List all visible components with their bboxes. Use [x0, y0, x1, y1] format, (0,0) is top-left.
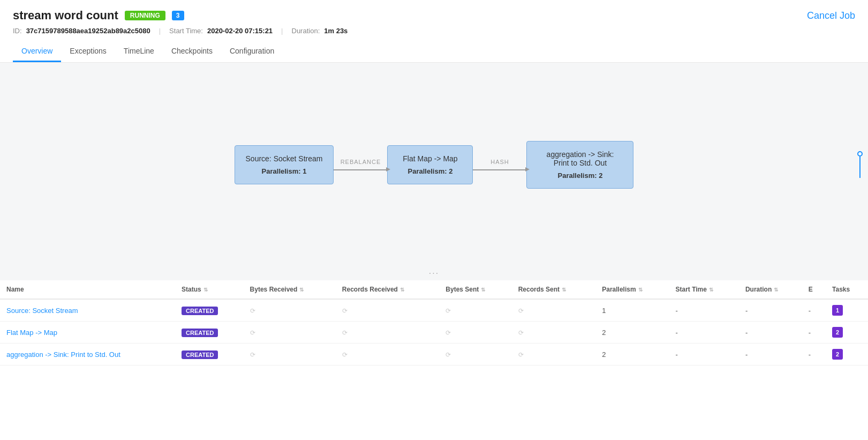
- flow-arrow-2-label: HASH: [490, 159, 509, 165]
- flow-arrow-1: REBALANCE: [334, 159, 387, 170]
- spinner-records-received-0: ⟳: [342, 307, 348, 315]
- divider-1: |: [159, 27, 161, 35]
- tasks-badge-2: 2: [832, 349, 843, 360]
- tab-checkpoints[interactable]: Checkpoints: [163, 41, 221, 62]
- cell-parallelism-0: 1: [595, 299, 669, 322]
- header: stream word count RUNNING 3 Cancel Job I…: [0, 0, 868, 63]
- cell-status-1: CREATED: [175, 322, 244, 344]
- duration-label: Duration:: [292, 27, 320, 35]
- flow-line-1: [334, 169, 387, 170]
- flow-node-agg[interactable]: aggregation -> Sink: Print to Std. Out P…: [526, 141, 633, 189]
- scroll-handle-dot: [857, 151, 863, 156]
- col-records-received: Records Received⇅: [336, 280, 439, 299]
- tasks-badge-0: 1: [832, 305, 843, 316]
- flow-line-2-inner: [473, 169, 526, 170]
- cell-records-sent-2: ⟳: [512, 344, 596, 366]
- flow-arrow-2: HASH: [473, 159, 526, 170]
- cell-e-1: -: [802, 322, 826, 344]
- spinner-bytes-sent-1: ⟳: [446, 329, 451, 337]
- spinner-records-sent-0: ⟳: [518, 307, 524, 315]
- cell-name-2: aggregation -> Sink: Print to Std. Out: [0, 344, 175, 366]
- cell-bytes-sent-1: ⟳: [439, 322, 511, 344]
- sort-records-received-icon[interactable]: ⇅: [400, 287, 404, 293]
- flow-line-1-inner: [334, 169, 387, 170]
- cell-records-sent-1: ⟳: [512, 322, 596, 344]
- spinner-records-received-2: ⟳: [342, 351, 348, 359]
- sort-status-icon[interactable]: ⇅: [203, 287, 208, 293]
- spinner-bytes-received-2: ⟳: [250, 351, 255, 359]
- divider-2: |: [281, 27, 283, 35]
- cancel-job-button[interactable]: Cancel Job: [807, 10, 855, 21]
- cell-start-time-0: -: [669, 299, 738, 322]
- tab-timeline[interactable]: TimeLine: [115, 41, 163, 62]
- scroll-handle-line: [859, 156, 861, 178]
- status-badge: RUNNING: [125, 11, 165, 20]
- flow-arrow-1-label: REBALANCE: [341, 159, 381, 165]
- col-duration: Duration⇅: [739, 280, 802, 299]
- flow-line-2: [473, 169, 526, 170]
- scroll-handle: [857, 151, 863, 178]
- sort-records-sent-icon[interactable]: ⇅: [562, 287, 566, 293]
- tasks-badge-1: 2: [832, 327, 843, 338]
- row-name-link-2[interactable]: aggregation -> Sink: Print to Std. Out: [6, 350, 120, 359]
- cell-duration-0: -: [739, 299, 802, 322]
- col-bytes-received: Bytes Received⇅: [244, 280, 336, 299]
- tab-overview[interactable]: Overview: [13, 41, 61, 62]
- tab-exceptions[interactable]: Exceptions: [61, 41, 115, 62]
- sort-bytes-received-icon[interactable]: ⇅: [299, 287, 304, 293]
- table-resize-handle[interactable]: ···: [0, 266, 868, 280]
- col-bytes-sent: Bytes Sent⇅: [439, 280, 511, 299]
- sort-parallelism-icon[interactable]: ⇅: [638, 287, 643, 293]
- status-badge-0: CREATED: [182, 307, 218, 315]
- flow-node-source-title: Source: Socket Stream: [246, 154, 323, 163]
- col-records-sent: Records Sent⇅: [512, 280, 596, 299]
- cell-parallelism-1: 2: [595, 322, 669, 344]
- cell-status-0: CREATED: [175, 299, 244, 322]
- cell-bytes-received-0: ⟳: [244, 299, 336, 322]
- spinner-records-received-1: ⟳: [342, 329, 348, 337]
- flow-node-flatmap[interactable]: Flat Map -> Map Parallelism: 2: [387, 145, 473, 184]
- table-row: aggregation -> Sink: Print to Std. Out C…: [0, 344, 868, 366]
- spinner-bytes-sent-2: ⟳: [446, 351, 451, 359]
- row-name-link-0[interactable]: Source: Socket Stream: [6, 307, 78, 315]
- cell-tasks-2: 2: [826, 344, 868, 366]
- col-status: Status⇅: [175, 280, 244, 299]
- status-badge-2: CREATED: [182, 350, 218, 359]
- table-body: Source: Socket Stream CREATED ⟳ ⟳ ⟳ ⟳ 1 …: [0, 299, 868, 366]
- flow-node-agg-parallelism: Parallelism: 2: [538, 171, 622, 180]
- row-name-link-1[interactable]: Flat Map -> Map: [6, 329, 57, 337]
- cell-name-1: Flat Map -> Map: [0, 322, 175, 344]
- col-tasks: Tasks: [826, 280, 868, 299]
- tab-configuration[interactable]: Configuration: [221, 41, 283, 62]
- cell-parallelism-2: 2: [595, 344, 669, 366]
- table-row: Source: Socket Stream CREATED ⟳ ⟳ ⟳ ⟳ 1 …: [0, 299, 868, 322]
- col-name: Name: [0, 280, 175, 299]
- header-top: stream word count RUNNING 3 Cancel Job: [13, 9, 855, 23]
- cell-records-received-0: ⟳: [336, 299, 439, 322]
- cell-records-sent-0: ⟳: [512, 299, 596, 322]
- start-time-label: Start Time:: [169, 27, 203, 35]
- status-badge-1: CREATED: [182, 329, 218, 337]
- cell-tasks-1: 2: [826, 322, 868, 344]
- flow-node-flatmap-title: Flat Map -> Map: [398, 154, 462, 163]
- job-title: stream word count: [13, 9, 118, 23]
- sort-start-time-icon[interactable]: ⇅: [709, 287, 713, 293]
- cell-name-0: Source: Socket Stream: [0, 299, 175, 322]
- cell-bytes-sent-0: ⟳: [439, 299, 511, 322]
- spinner-records-sent-1: ⟳: [518, 329, 524, 337]
- spinner-bytes-received-1: ⟳: [250, 329, 255, 337]
- spinner-bytes-sent-0: ⟳: [446, 307, 451, 315]
- sort-bytes-sent-icon[interactable]: ⇅: [481, 287, 485, 293]
- cell-duration-1: -: [739, 322, 802, 344]
- cell-bytes-received-2: ⟳: [244, 344, 336, 366]
- tabs: Overview Exceptions TimeLine Checkpoints…: [13, 41, 855, 62]
- cell-start-time-1: -: [669, 322, 738, 344]
- meta-row: ID: 37c7159789588aea19252ab89a2c5080 | S…: [13, 27, 855, 35]
- duration-value: 1m 23s: [324, 27, 348, 35]
- cell-bytes-sent-2: ⟳: [439, 344, 511, 366]
- sort-duration-icon[interactable]: ⇅: [774, 287, 778, 293]
- flow-node-source[interactable]: Source: Socket Stream Parallelism: 1: [235, 145, 334, 184]
- start-time-value: 2020-02-20 07:15:21: [207, 27, 273, 35]
- count-badge: 3: [172, 11, 184, 20]
- flow-node-source-parallelism: Parallelism: 1: [246, 167, 323, 175]
